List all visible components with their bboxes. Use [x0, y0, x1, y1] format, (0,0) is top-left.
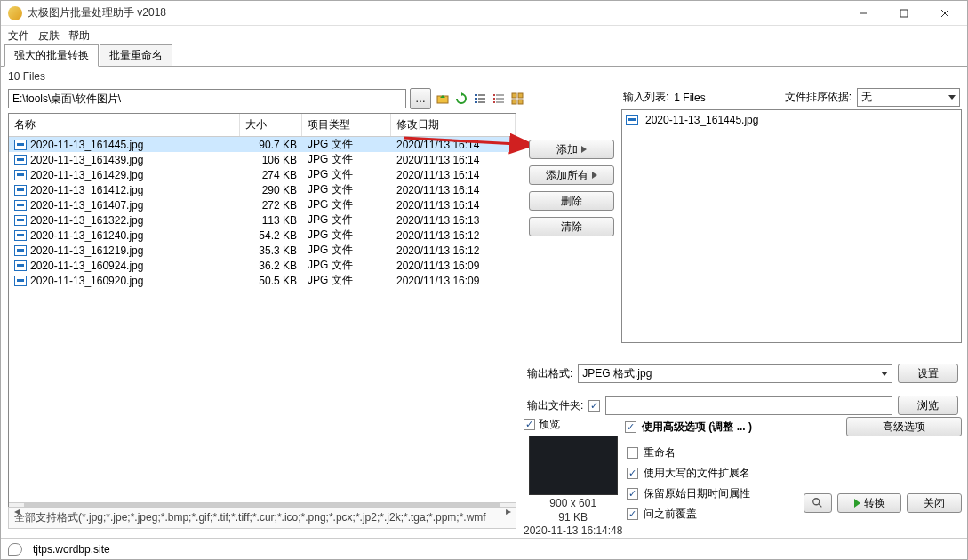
input-list-count: 1 Files [674, 92, 779, 104]
table-row[interactable]: 2020-11-13_161407.jpg272 KBJPG 文件2020/11… [9, 197, 516, 212]
image-file-icon [626, 115, 638, 125]
tab-batch-rename[interactable]: 批量重命名 [100, 44, 172, 67]
svg-rect-13 [493, 98, 495, 100]
supported-formats: 全部支持格式(*.jpg;*.jpe;*.jpeg;*.bmp;*.gif;*.… [8, 507, 516, 529]
advanced-area: 使用高级选项 (调整 ... ) 高级选项 重命名 使用大写的文件扩展名 保留原… [625, 417, 962, 522]
image-file-icon [14, 276, 27, 286]
image-file-icon [14, 260, 27, 271]
image-file-icon [14, 170, 27, 180]
preview-thumbnail[interactable] [529, 436, 618, 495]
menu-skin[interactable]: 皮肤 [38, 28, 60, 44]
sort-label: 文件排序依据: [785, 90, 852, 105]
close-panel-button[interactable]: 关闭 [907, 493, 962, 513]
upper-ext-checkbox[interactable] [627, 468, 638, 479]
output-format-select[interactable]: JPEG 格式.jpg [578, 364, 892, 383]
image-file-icon [14, 215, 27, 226]
table-row[interactable]: 2020-11-13_161439.jpg106 KBJPG 文件2020/11… [9, 152, 516, 167]
svg-rect-20 [518, 100, 523, 104]
view-list-icon[interactable] [491, 91, 507, 107]
table-row[interactable]: 2020-11-13_161322.jpg113 KBJPG 文件2020/11… [9, 212, 516, 228]
svg-rect-5 [475, 94, 477, 96]
zoom-button[interactable] [804, 493, 832, 513]
svg-rect-8 [478, 98, 485, 100]
preview-checkbox[interactable] [524, 419, 535, 430]
svg-line-23 [819, 504, 822, 508]
svg-rect-1 [900, 10, 908, 17]
statusbar: tjtps.wordbp.site [1, 538, 967, 559]
delete-button[interactable]: 删除 [529, 191, 614, 211]
svg-rect-9 [475, 101, 477, 103]
files-count: 10 Files [1, 67, 967, 86]
file-table: 名称 大小 项目类型 修改日期 2020-11-13_161445.jpg90.… [8, 113, 516, 518]
ask-overwrite-checkbox[interactable] [627, 508, 638, 520]
table-row[interactable]: 2020-11-13_161412.jpg290 KBJPG 文件2020/11… [9, 182, 516, 197]
image-file-icon [14, 230, 27, 241]
svg-rect-15 [493, 101, 495, 103]
preview-area: 预览 900 x 601 91 KB 2020-11-13 16:14:48 [524, 417, 622, 539]
add-button[interactable]: 添加 [529, 140, 614, 159]
image-file-icon [14, 245, 27, 256]
col-size[interactable]: 大小 [240, 114, 302, 136]
menu-file[interactable]: 文件 [8, 28, 29, 44]
output-format-label: 输出格式: [527, 366, 572, 381]
tabs: 强大的批量转换 批量重命名 [1, 45, 967, 67]
window-title: 太极图片批量处理助手 v2018 [28, 5, 843, 20]
input-list-label: 输入列表: [623, 90, 668, 105]
col-type[interactable]: 项目类型 [302, 114, 391, 136]
output-list[interactable]: 2020-11-13_161445.jpg [621, 109, 962, 343]
table-row[interactable]: 2020-11-13_161429.jpg274 KBJPG 文件2020/11… [9, 167, 516, 182]
image-file-icon [14, 185, 27, 196]
close-button[interactable] [924, 1, 965, 26]
svg-rect-19 [512, 100, 516, 104]
svg-point-22 [813, 499, 820, 505]
table-row[interactable]: 2020-11-13_161240.jpg54.2 KBJPG 文件2020/1… [9, 228, 516, 243]
output-folder-checkbox[interactable] [588, 400, 600, 412]
advanced-options-button[interactable]: 高级选项 [846, 417, 962, 436]
convert-button[interactable]: 转换 [837, 493, 901, 513]
col-date[interactable]: 修改日期 [391, 114, 516, 136]
menu-help[interactable]: 帮助 [68, 28, 90, 44]
view-details-icon[interactable] [472, 91, 488, 107]
svg-rect-6 [478, 94, 485, 96]
right-pane: 输入列表: 1 Files 文件排序依据: 无 2020-11-13_16144… [524, 88, 962, 534]
output-list-item[interactable]: 2020-11-13_161445.jpg [645, 114, 758, 126]
minimize-button[interactable] [843, 1, 884, 26]
table-header: 名称 大小 项目类型 修改日期 [9, 114, 516, 137]
keep-date-checkbox[interactable] [627, 488, 638, 500]
scroll-left-icon[interactable]: ◂ [9, 503, 24, 518]
status-icon [8, 543, 22, 556]
table-row[interactable]: 2020-11-13_160924.jpg36.2 KBJPG 文件2020/1… [9, 258, 516, 273]
image-file-icon [14, 140, 27, 150]
tab-batch-convert[interactable]: 强大的批量转换 [4, 44, 99, 67]
table-row[interactable]: 2020-11-13_160920.jpg50.5 KBJPG 文件2020/1… [9, 273, 516, 288]
output-folder-label: 输出文件夹: [527, 398, 583, 413]
maximize-button[interactable] [884, 1, 924, 26]
clear-button[interactable]: 清除 [529, 217, 614, 236]
sort-select[interactable]: 无 [857, 88, 960, 107]
output-folder-input[interactable] [605, 396, 892, 415]
table-row[interactable]: 2020-11-13_161445.jpg90.7 KBJPG 文件2020/1… [9, 137, 516, 152]
image-file-icon [14, 200, 27, 211]
svg-rect-18 [518, 93, 523, 98]
titlebar: 太极图片批量处理助手 v2018 [1, 1, 967, 26]
browse-button[interactable]: 浏览 [898, 396, 958, 415]
svg-rect-10 [478, 101, 485, 103]
app-icon [8, 6, 22, 20]
preview-label: 预览 [539, 417, 560, 432]
browse-folder-button[interactable]: … [410, 88, 431, 109]
col-name[interactable]: 名称 [9, 114, 240, 136]
svg-rect-14 [496, 98, 504, 100]
path-input[interactable] [8, 89, 406, 108]
folder-up-icon[interactable] [435, 91, 451, 107]
svg-rect-7 [475, 98, 477, 100]
add-all-button[interactable]: 添加所有 [529, 165, 614, 185]
svg-rect-12 [496, 94, 504, 96]
settings-button[interactable]: 设置 [898, 364, 958, 383]
advanced-checkbox[interactable] [625, 421, 636, 433]
scroll-right-icon[interactable]: ▸ [500, 503, 516, 518]
action-buttons: 添加 添加所有 删除 清除 [529, 140, 614, 236]
refresh-icon[interactable] [453, 91, 469, 107]
rename-checkbox[interactable] [627, 447, 638, 459]
table-row[interactable]: 2020-11-13_161219.jpg35.3 KBJPG 文件2020/1… [9, 243, 516, 258]
advanced-label: 使用高级选项 (调整 ... ) [642, 420, 752, 435]
